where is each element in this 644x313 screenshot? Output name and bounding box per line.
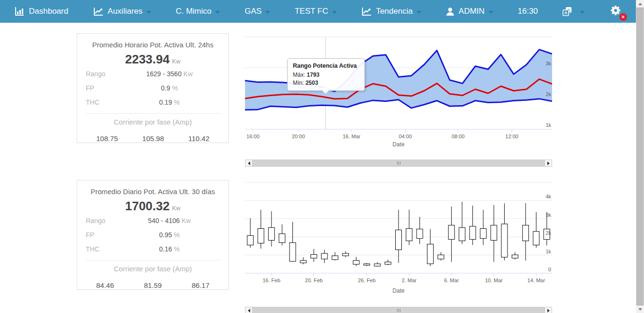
top-navigation-bar: Dashboard Auxiliares C. Mimico GAS TEST … <box>0 0 636 23</box>
alert-badge: ✕ <box>619 13 627 21</box>
nav-auxiliares[interactable]: Auxiliares <box>93 7 151 16</box>
scroll-right-icon <box>547 161 550 165</box>
scroll-right-button[interactable] <box>544 160 552 166</box>
phase-2-value: 81.59 <box>144 281 162 289</box>
scroll-down-icon <box>638 308 642 311</box>
chart1-scrollbar[interactable] <box>245 160 552 167</box>
area-chart-canvas: 16:0020:0016. Mar04:0008:0012:00Date3k2k… <box>245 29 552 152</box>
svg-text:04:00: 04:00 <box>399 134 412 139</box>
settings-menu[interactable]: ✕ <box>609 4 622 18</box>
panel-title: Promedio Horario Pot. Activa Ult. 24hs <box>77 41 228 49</box>
scrollbar-grip-icon <box>399 309 399 312</box>
svg-text:16. Feb: 16. Feb <box>263 277 280 283</box>
chevron-down-icon <box>215 11 220 14</box>
scroll-left-button[interactable] <box>245 160 253 166</box>
chevron-down-icon <box>580 11 585 14</box>
svg-text:1k: 1k <box>545 249 551 254</box>
scrollbar-track[interactable] <box>253 307 544 313</box>
stat-row-thc: THC 0.19 % <box>77 95 228 109</box>
line-chart-icon <box>361 7 372 16</box>
nav-c-mimico[interactable]: C. Mimico <box>176 7 220 16</box>
svg-text:12:00: 12:00 <box>505 134 518 139</box>
stat-row-thc: THC 0.16 % <box>77 242 228 256</box>
power-range-area-chart: 16:0020:0016. Mar04:0008:0012:00Date3k2k… <box>245 29 552 152</box>
svg-text:2k: 2k <box>545 230 551 236</box>
svg-text:14. Mar: 14. Mar <box>527 277 545 283</box>
candlestick-canvas: 16. Feb20. Feb26. Feb2. Mar6. Mar10. Mar… <box>245 179 552 308</box>
user-icon <box>446 7 454 16</box>
scroll-up-icon <box>638 3 642 5</box>
stat-row-rango: Rango 1629 - 3560 Kw <box>77 67 228 81</box>
scrollbar-track[interactable] <box>253 160 544 166</box>
phase-current-title: Corriente por fase (Amp) <box>77 265 228 273</box>
scroll-up-button[interactable] <box>636 0 644 8</box>
svg-text:2. Mar: 2. Mar <box>402 277 417 283</box>
svg-text:20. Feb: 20. Feb <box>305 277 323 283</box>
chevron-down-icon <box>417 11 421 14</box>
phase-1-value: 84.46 <box>96 281 114 289</box>
svg-text:16. Mar: 16. Mar <box>343 134 361 139</box>
scrollbar-thumb[interactable] <box>253 160 544 166</box>
tooltip-min-row: Mín: 2503 <box>293 79 359 87</box>
chevron-down-icon <box>265 11 270 14</box>
daily-average-panel: Promedio Diario Pot. Activa Ult. 30 días… <box>77 180 229 290</box>
nav-c-mimico-label: C. Mimico <box>176 7 212 16</box>
scroll-down-button[interactable] <box>636 305 644 313</box>
panel-main-value: 2233.94Kw <box>77 52 228 67</box>
stat-row-fp: FP 0.9 % <box>77 81 228 95</box>
scroll-left-icon <box>248 161 250 165</box>
tooltip-title: Rango Potencia Activa <box>293 62 359 70</box>
chevron-down-icon <box>489 11 493 14</box>
scroll-left-button[interactable] <box>245 307 253 313</box>
panel-main-value: 1700.32Kw <box>77 199 228 214</box>
chevron-down-icon <box>146 11 151 14</box>
nav-language-menu[interactable]: あA <box>562 7 585 16</box>
svg-text:4k: 4k <box>545 194 551 199</box>
scrollbar-thumb[interactable] <box>253 307 544 313</box>
svg-text:2k: 2k <box>545 91 551 97</box>
svg-text:6. Mar: 6. Mar <box>444 277 459 283</box>
nav-test-fc[interactable]: TEST FC <box>295 7 337 16</box>
chart2-scrollbar[interactable] <box>245 307 552 313</box>
phase-current-values: 84.46 81.59 86.17 <box>77 281 228 289</box>
clock-time: 16:30 <box>518 7 538 16</box>
svg-text:Date: Date <box>392 287 405 294</box>
divider <box>86 260 220 260</box>
nav-auxiliares-label: Auxiliares <box>108 7 143 16</box>
nav-tendencia-label: Tendencia <box>376 7 413 16</box>
language-icon: あA <box>562 7 572 16</box>
nav-admin-user-menu[interactable]: ADMIN <box>446 7 493 16</box>
phase-current-values: 108.75 105.98 110.42 <box>77 134 228 143</box>
svg-text:Date: Date <box>392 141 405 148</box>
hourly-average-panel: Promedio Horario Pot. Activa Ult. 24hs 2… <box>77 33 229 143</box>
scroll-right-button[interactable] <box>544 307 552 313</box>
line-chart-icon <box>93 7 103 16</box>
phase-3-value: 110.42 <box>188 134 209 143</box>
scroll-left-icon <box>248 309 250 313</box>
svg-text:08:00: 08:00 <box>452 134 465 139</box>
page-scrollbar[interactable] <box>636 0 644 313</box>
panel-title: Promedio Diario Pot. Activa Ult. 30 días <box>77 188 228 196</box>
nav-tendencia[interactable]: Tendencia <box>361 7 421 16</box>
nav-dashboard[interactable]: Dashboard <box>14 7 68 16</box>
nav-dashboard-label: Dashboard <box>29 7 68 16</box>
page-scrollbar-thumb[interactable] <box>636 8 644 305</box>
svg-text:3k: 3k <box>545 212 551 218</box>
nav-gas[interactable]: GAS <box>245 7 270 16</box>
chart-tooltip: Rango Potencia Activa Máx: 1793 Mín: 250… <box>287 58 365 91</box>
phase-1-value: 108.75 <box>96 134 118 143</box>
stat-row-rango: Rango 540 - 4106 Kw <box>77 214 228 228</box>
tooltip-max-row: Máx: 1793 <box>293 71 359 79</box>
phase-current-title: Corriente por fase (Amp) <box>77 118 228 126</box>
svg-text:16:00: 16:00 <box>246 134 260 139</box>
svg-text:10. Mar: 10. Mar <box>485 277 503 283</box>
divider <box>86 113 220 114</box>
nav-test-fc-label: TEST FC <box>295 7 328 16</box>
nav-gas-label: GAS <box>245 7 262 16</box>
bar-chart-icon <box>14 7 25 16</box>
scroll-right-icon <box>547 309 550 313</box>
svg-text:20:00: 20:00 <box>292 134 305 139</box>
nav-admin-label: ADMIN <box>459 7 485 16</box>
chevron-down-icon <box>332 11 337 14</box>
svg-text:3k: 3k <box>545 61 551 66</box>
